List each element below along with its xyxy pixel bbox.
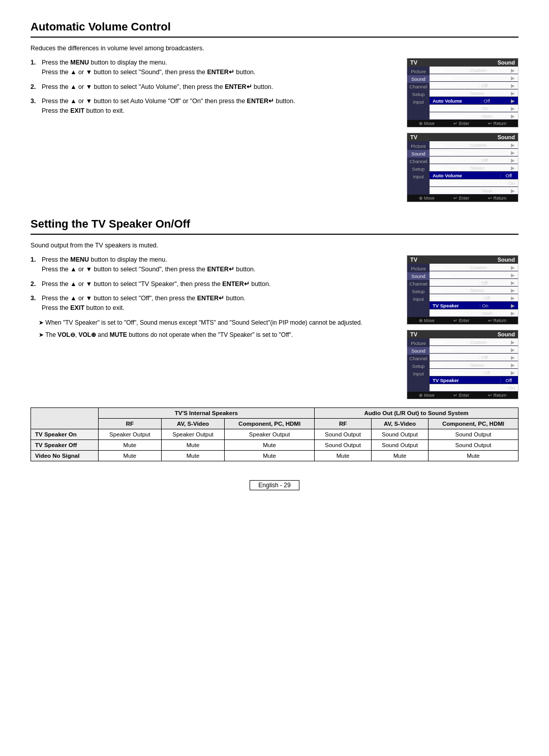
footer-return: ↩ Return [488, 121, 506, 126]
footer-enter: ↵ Enter [453, 121, 469, 126]
s2-sidebar2-sound: Sound [407, 347, 430, 355]
s2-sidebar-sound: Sound [407, 272, 430, 280]
cell-av1-on: Speaker Output [161, 429, 224, 440]
s2-footer2-move: ⊕ Move [419, 393, 435, 398]
menu2-row-autovolume: Auto Volume: Off [430, 172, 518, 179]
cell-rf1-ns: Mute [98, 451, 161, 461]
s2-menu1-row-srs: SRS TS XT: Off▶ [430, 279, 518, 287]
cell-av2-on: Sound Output [372, 429, 429, 440]
sidebar2-picture: Picture [407, 142, 430, 150]
section2-intro: Sound output from the TV speakers is mut… [30, 242, 518, 249]
s2-menu1-row-mts: MTS: Stereo▶ [430, 287, 518, 294]
section1-menu1: TV Sound Picture Sound Channel Setup Inp… [407, 58, 518, 128]
cell-av1-off: Mute [161, 440, 224, 451]
cell-comp2-ns: Mute [429, 451, 518, 461]
section1-menu2: TV Sound Picture Sound Channel Setup Inp… [407, 133, 518, 202]
table-empty-header [31, 408, 99, 429]
menu-row-mode: Mode: Custom▶ [430, 67, 518, 74]
cell-rf2-ns: Mute [315, 451, 372, 461]
s2-menu2-row-equalizer: Equalizer▶ [430, 346, 518, 354]
footer2-move: ⊕ Move [419, 196, 435, 201]
s2-footer2-enter: ↵ Enter [453, 393, 469, 398]
s2-menu2-row-mts: MTS: Stereo▶ [430, 361, 518, 369]
s2-footer1-move: ⊕ Move [419, 318, 435, 323]
sidebar-channel: Channel [407, 83, 430, 90]
s2-sidebar-input: Input [407, 295, 430, 303]
s2-menu1-row-equalizer: Equalizer▶ [430, 271, 518, 279]
s2-sidebar2-input: Input [407, 370, 430, 377]
s2-menu1-header: TV Sound [407, 256, 518, 264]
menu1-sound-label: Sound [498, 59, 515, 66]
sidebar2-channel: Channel [407, 158, 430, 165]
step2-content: Press the ▲ or ▼ button to select "Auto … [42, 82, 396, 92]
section2-step2: 2. Press the ▲ or ▼ button to select "TV… [30, 279, 396, 289]
s2-menu2-header: TV Sound [407, 330, 518, 338]
s2-menu2-body: Picture Sound Channel Setup Input Mode: … [407, 338, 518, 392]
sub-header-rf2: RF [315, 419, 372, 429]
menu2-row-equalizer: Equalizer▶ [430, 149, 518, 156]
footer-move: ⊕ Move [419, 121, 435, 126]
s2-menu1-sidebar: Picture Sound Channel Setup Input [407, 264, 430, 317]
section2-menu1: TV Sound Picture Sound Channel Setup Inp… [407, 255, 518, 325]
step-num-3: 3. [30, 97, 40, 116]
sub-header-comp1: Component, PC, HDMI [225, 419, 315, 429]
s2-menu2-sidebar: Picture Sound Channel Setup Input [407, 338, 430, 392]
footer2-enter: ↵ Enter [453, 196, 469, 201]
step3-content: Press the ▲ or ▼ button to set Auto Volu… [42, 97, 396, 116]
s2-menu2-row-srs: SRS TS XT: Off▶ [430, 354, 518, 361]
menu1-sidebar: Picture Sound Channel Setup Input [407, 67, 430, 120]
menu2-header: TV Sound [407, 133, 518, 141]
menu1-rows: Mode: Custom▶ Equalizer▶ SRS TS XT: Off▶… [430, 67, 518, 120]
cell-comp2-on: Sound Output [429, 429, 518, 440]
s2-menu2-rows: Mode: Custom▶ Equalizer▶ SRS TS XT: Off▶… [430, 338, 518, 392]
menu2-sound-label: Sound [498, 134, 515, 140]
menu-row-srs: SRS TS XT: Off▶ [430, 82, 518, 89]
cell-comp1-on: Speaker Output [225, 429, 315, 440]
page-number: English - 29 [250, 480, 299, 490]
s2-menu1-sound-label: Sound [498, 257, 515, 263]
table-audio-out-header: Audio Out (L/R Out) to Sound System [315, 408, 518, 419]
sub-header-rf1: RF [98, 419, 161, 429]
s2-step2-content: Press the ▲ or ▼ button to select "TV Sp… [42, 279, 396, 289]
cell-rf1-on: Speaker Output [98, 429, 161, 440]
cell-comp2-off: Sound Output [429, 440, 518, 451]
step-num-1: 1. [30, 58, 40, 77]
menu1-tv-label: TV [410, 59, 417, 66]
menu2-sidebar: Picture Sound Channel Setup Input [407, 141, 430, 195]
menu2-footer: ⊕ Move ↵ Enter ↩ Return [407, 195, 518, 202]
cell-av2-off: Sound Output [372, 440, 429, 451]
menu2-row-mts: MTS: Stereo▶ [430, 164, 518, 172]
s2-sidebar2-setup: Setup [407, 362, 430, 370]
s2-step-num-1: 1. [30, 255, 40, 274]
cell-av2-ns: Mute [372, 451, 429, 461]
menu2-row-mode: Mode: Custom▶ [430, 141, 518, 149]
section1-step2: 2. Press the ▲ or ▼ button to select "Au… [30, 82, 396, 92]
section2-note1: When "TV Speaker" is set to "Off", Sound… [39, 318, 396, 327]
menu-row-equalizer: Equalizer▶ [430, 74, 518, 82]
menu1-footer: ⊕ Move ↵ Enter ↩ Return [407, 120, 518, 127]
s2-footer2-return: ↩ Return [488, 393, 506, 398]
section1-content: 1. Press the MENU button to display the … [30, 58, 518, 202]
s2-step3-content: Press the ▲ or ▼ button to select "Off",… [42, 294, 396, 313]
s2-footer1-enter: ↵ Enter [453, 318, 469, 323]
sidebar-input: Input [407, 98, 430, 106]
cell-rf1-off: Mute [98, 440, 161, 451]
cell-av1-ns: Mute [161, 451, 224, 461]
s2-menu2-row-soundselect: Sound Select: On [430, 384, 518, 392]
footer2-return: ↩ Return [488, 196, 506, 201]
row-header-speaker-on: TV Speaker On [31, 429, 99, 440]
section1-menus: TV Sound Picture Sound Channel Setup Inp… [407, 58, 518, 202]
s2-sidebar-picture: Picture [407, 265, 430, 272]
s2-sidebar-channel: Channel [407, 280, 430, 288]
cell-comp1-ns: Mute [225, 451, 315, 461]
section2-menu2: TV Sound Picture Sound Channel Setup Inp… [407, 330, 518, 399]
section2-content: 1. Press the MENU button to display the … [30, 255, 518, 399]
s2-footer1-return: ↩ Return [488, 318, 506, 323]
s2-sidebar2-channel: Channel [407, 355, 430, 362]
sidebar2-setup: Setup [407, 165, 430, 173]
s2-menu2-row-mode: Mode: Custom▶ [430, 338, 518, 346]
row-header-no-signal: Video No Signal [31, 451, 99, 461]
menu-row-mts: MTS: Stereo▶ [430, 89, 518, 97]
sub-header-av1: AV, S-Video [161, 419, 224, 429]
table-row-speaker-on: TV Speaker On Speaker Output Speaker Out… [31, 429, 518, 440]
